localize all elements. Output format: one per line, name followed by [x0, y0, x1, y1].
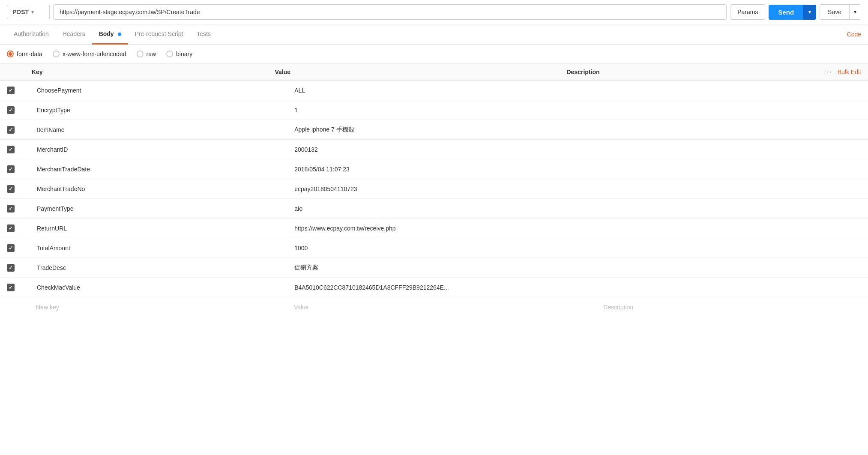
row-checkbox-4[interactable] [7, 165, 15, 173]
code-link[interactable]: Code [847, 31, 861, 38]
row-checkbox-0[interactable] [7, 87, 15, 94]
row-checkbox-6[interactable] [7, 205, 15, 213]
save-dropdown-button[interactable]: ▾ [849, 5, 861, 19]
table-row: EncryptType 1 [0, 100, 868, 120]
table-row: ChoosePayment ALL [0, 81, 868, 100]
radio-binary[interactable]: binary [166, 51, 192, 57]
new-key-placeholder[interactable]: New key [7, 304, 294, 311]
body-dot-indicator [118, 33, 121, 36]
table-row: MerchantID 2000132 [0, 140, 868, 159]
tab-headers[interactable]: Headers [56, 24, 92, 45]
table-row: ReturnURL https://www.ecpay.com.tw/recei… [0, 219, 868, 238]
table-row: TotalAmount 1000 [0, 238, 868, 258]
params-button[interactable]: Params [730, 4, 765, 20]
row-value-1[interactable]: 1 [294, 107, 604, 114]
new-desc-placeholder[interactable]: Description [603, 304, 861, 311]
row-checkbox-7[interactable] [7, 225, 15, 232]
table-row: MerchantTradeDate 2018/05/04 11:07:23 [0, 159, 868, 179]
table-row: ItemName Apple iphone 7 手機殼 [0, 120, 868, 140]
header-actions: ··· Bulk Edit [810, 68, 861, 76]
row-key-3[interactable]: MerchantID [28, 146, 294, 153]
radio-x-www-form-urlencoded[interactable]: x-www-form-urlencoded [53, 51, 126, 57]
row-checkbox-col [7, 106, 28, 114]
header-value: Value [275, 69, 567, 75]
row-key-6[interactable]: PaymentType [28, 205, 294, 212]
row-checkbox-col [7, 244, 28, 252]
method-chevron-icon: ▾ [31, 9, 34, 15]
new-key-row: New key Value Description [0, 297, 868, 317]
row-checkbox-8[interactable] [7, 244, 15, 252]
row-value-8[interactable]: 1000 [294, 245, 604, 251]
row-checkbox-col [7, 205, 28, 213]
row-value-4[interactable]: 2018/05/04 11:07:23 [294, 166, 604, 173]
radio-x-www-circle [53, 51, 60, 57]
row-value-9[interactable]: 促銷方案 [294, 264, 604, 272]
radio-form-data-circle [7, 51, 14, 57]
table-row: CheckMacValue B4A5010C622CC8710182465D1A… [0, 278, 868, 297]
tab-tests[interactable]: Tests [190, 24, 218, 45]
row-value-10[interactable]: B4A5010C622CC8710182465D1A8CFFF29B921226… [294, 284, 604, 291]
row-value-3[interactable]: 2000132 [294, 146, 604, 153]
row-checkbox-1[interactable] [7, 106, 15, 114]
table-row: PaymentType aio [0, 199, 868, 219]
row-checkbox-col [7, 264, 28, 272]
row-key-9[interactable]: TradeDesc [28, 264, 294, 271]
save-button[interactable]: Save [820, 5, 849, 19]
row-checkbox-col [7, 146, 28, 153]
row-checkbox-col [7, 185, 28, 193]
row-checkbox-3[interactable] [7, 146, 15, 153]
url-input[interactable] [53, 4, 727, 20]
body-params-table: ChoosePayment ALL EncryptType 1 ItemName… [0, 81, 868, 297]
row-value-6[interactable]: aio [294, 205, 604, 212]
row-checkbox-col [7, 225, 28, 232]
table-row: MerchantTradeNo ecpay20180504110723 [0, 179, 868, 199]
row-checkbox-col [7, 284, 28, 291]
row-value-5[interactable]: ecpay20180504110723 [294, 186, 604, 192]
row-checkbox-5[interactable] [7, 185, 15, 193]
row-checkbox-col [7, 165, 28, 173]
method-label: POST [12, 9, 29, 15]
row-checkbox-10[interactable] [7, 284, 15, 291]
radio-raw-circle [137, 51, 144, 57]
table-header: Key Value Description ··· Bulk Edit [0, 64, 868, 81]
row-checkbox-col [7, 126, 28, 134]
row-key-5[interactable]: MerchantTradeNo [28, 186, 294, 192]
radio-raw[interactable]: raw [137, 51, 156, 57]
tab-pre-request-script[interactable]: Pre-request Script [128, 24, 190, 45]
header-description: Description [567, 69, 810, 75]
row-checkbox-2[interactable] [7, 126, 15, 134]
tab-body[interactable]: Body [92, 24, 128, 45]
body-type-radio-group: form-data x-www-form-urlencoded raw bina… [0, 45, 868, 64]
radio-form-data[interactable]: form-data [7, 51, 42, 57]
row-key-0[interactable]: ChoosePayment [28, 87, 294, 94]
row-key-10[interactable]: CheckMacValue [28, 284, 294, 291]
radio-binary-circle [166, 51, 173, 57]
send-button[interactable]: Send [769, 5, 803, 20]
row-key-4[interactable]: MerchantTradeDate [28, 166, 294, 173]
row-value-2[interactable]: Apple iphone 7 手機殼 [294, 126, 604, 134]
row-value-0[interactable]: ALL [294, 87, 604, 94]
row-key-2[interactable]: ItemName [28, 126, 294, 133]
row-key-8[interactable]: TotalAmount [28, 245, 294, 251]
new-value-placeholder[interactable]: Value [294, 304, 603, 311]
send-dropdown-button[interactable]: ▾ [803, 5, 816, 20]
method-select[interactable]: POST ▾ [7, 5, 50, 19]
row-checkbox-9[interactable] [7, 264, 15, 272]
row-key-7[interactable]: ReturnURL [28, 225, 294, 232]
row-key-1[interactable]: EncryptType [28, 107, 294, 114]
bulk-edit-button[interactable]: Bulk Edit [838, 69, 861, 75]
row-value-7[interactable]: https://www.ecpay.com.tw/receive.php [294, 225, 604, 232]
more-options-icon[interactable]: ··· [824, 68, 832, 76]
row-checkbox-col [7, 87, 28, 94]
tabs-bar: Authorization Headers Body Pre-request S… [0, 24, 868, 45]
tab-authorization[interactable]: Authorization [7, 24, 56, 45]
send-group: Send ▾ [769, 5, 816, 20]
header-key: Key [28, 69, 275, 75]
top-bar: POST ▾ Params Send ▾ Save ▾ [0, 0, 868, 24]
table-row: TradeDesc 促銷方案 [0, 258, 868, 278]
save-group: Save ▾ [820, 4, 861, 20]
